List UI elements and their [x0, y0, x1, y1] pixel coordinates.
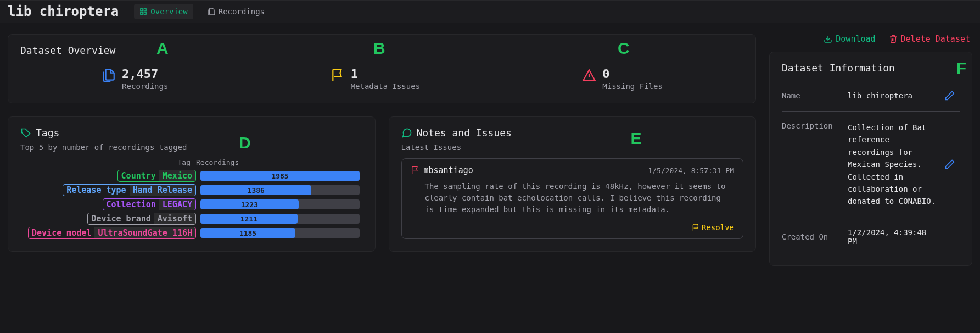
tags-card: D Tags Top 5 by number of recordings tag…	[8, 116, 376, 252]
stat-value: 1	[351, 67, 420, 81]
tag-value: Mexico	[159, 170, 195, 181]
marker-a: A	[156, 39, 169, 58]
tab-overview[interactable]: Overview	[134, 4, 193, 19]
marker-d: D	[239, 134, 251, 152]
resolve-button[interactable]: Resolve	[411, 223, 735, 232]
bar-track: 1185	[200, 228, 360, 238]
tag-value: Hand Release	[130, 185, 195, 196]
tag-pill[interactable]: CollectionLEGACY	[103, 198, 197, 210]
tag-pill[interactable]: Release typeHand Release	[63, 184, 196, 196]
tag-pill[interactable]: Device brandAvisoft	[87, 213, 196, 225]
issue-item: mbsantiago 1/5/2024, 8:57:31 PM The samp…	[401, 158, 744, 239]
tag-row: Release typeHand Release1386	[20, 184, 363, 196]
tag-row: Device brandAvisoft1211	[20, 213, 363, 225]
svg-rect-3	[144, 12, 146, 14]
resolve-label: Resolve	[702, 223, 734, 232]
stat-label: Recordings	[122, 82, 168, 91]
tag-key: Device brand	[88, 213, 154, 224]
info-created-label: Created On	[782, 232, 842, 241]
flag-icon	[411, 166, 419, 175]
flag-icon	[692, 224, 699, 231]
download-icon	[824, 35, 832, 43]
stat-metadata-issues: 1 Metadata Issues	[330, 65, 420, 91]
tag-row: Device modelUltraSoundGate 116H1185	[20, 227, 363, 239]
overview-card: A B C Dataset Overview 2,457 Recordings …	[8, 34, 756, 103]
stat-missing-files: 0 Missing Files	[581, 65, 663, 91]
action-bar: Download Delete Dataset	[769, 34, 972, 48]
tab-label: Overview	[150, 7, 187, 16]
marker-f: F	[956, 59, 966, 77]
download-label: Download	[836, 34, 875, 44]
header-bar: lib chiroptera Overview Recordings	[0, 0, 980, 23]
tag-pill[interactable]: CountryMexico	[117, 170, 196, 182]
info-created-value: 1/2/2024, 4:39:48 PM	[848, 228, 939, 246]
bar-track: 1211	[200, 214, 360, 224]
grid-icon	[139, 8, 147, 15]
info-name-label: Name	[782, 91, 842, 100]
info-desc-value: Collection of Bat reference recordings f…	[848, 121, 939, 208]
col-recordings: Recordings	[196, 158, 363, 166]
bar-track: 1985	[200, 171, 360, 181]
pencil-icon[interactable]	[944, 90, 955, 101]
tag-value: Avisoft	[154, 213, 195, 224]
issue-body: The sampling rate of this recording is 4…	[411, 181, 735, 215]
issue-user: mbsantiago	[424, 165, 473, 175]
stat-value: 0	[602, 67, 663, 81]
pencil-icon[interactable]	[944, 159, 955, 170]
stat-label: Missing Files	[602, 82, 663, 91]
dataset-info-card: F Dataset Information Name lib chiropter…	[769, 52, 972, 266]
download-button[interactable]: Download	[824, 34, 875, 44]
tag-value: UltraSoundGate 116H	[94, 227, 195, 238]
bar-fill: 1386	[200, 185, 311, 195]
tags-title: Tags	[36, 127, 59, 138]
tab-recordings[interactable]: Recordings	[202, 4, 270, 19]
warning-icon	[581, 67, 597, 82]
stat-value: 2,457	[122, 67, 168, 81]
chat-icon	[401, 127, 412, 138]
notes-subtitle: Latest Issues	[401, 143, 744, 152]
notes-card: E Notes and Issues Latest Issues mbsanti…	[389, 116, 757, 252]
tags-subtitle: Top 5 by number of recordings tagged	[20, 143, 363, 152]
trash-icon	[889, 35, 898, 43]
marker-e: E	[631, 129, 642, 148]
bar-fill: 1223	[200, 199, 299, 209]
files-icon	[101, 67, 116, 82]
tab-label: Recordings	[219, 7, 265, 16]
tag-key: Device model	[29, 227, 94, 238]
tag-key: Collection	[103, 199, 159, 210]
info-name-value: lib chiroptera	[848, 91, 939, 100]
col-tag: Tag	[20, 158, 196, 166]
bar-fill: 1185	[200, 228, 295, 238]
tags-icon	[20, 127, 31, 138]
marker-b: B	[373, 39, 385, 58]
notes-title: Notes and Issues	[417, 127, 512, 138]
tag-columns: Tag Recordings	[20, 158, 363, 166]
files-icon	[208, 8, 215, 15]
info-title: Dataset Information	[782, 62, 960, 74]
tag-value: LEGACY	[159, 199, 195, 210]
tag-key: Release type	[63, 185, 129, 196]
bar-track: 1223	[200, 199, 360, 209]
delete-label: Delete Dataset	[901, 34, 970, 44]
stat-recordings: 2,457 Recordings	[101, 65, 168, 91]
marker-c: C	[618, 39, 630, 58]
bar-fill: 1985	[200, 171, 360, 181]
svg-rect-1	[144, 9, 146, 11]
issue-date: 1/5/2024, 8:57:31 PM	[648, 166, 734, 175]
svg-rect-2	[141, 12, 143, 14]
tag-row: CollectionLEGACY1223	[20, 198, 363, 210]
tag-pill[interactable]: Device modelUltraSoundGate 116H	[28, 227, 196, 239]
delete-button[interactable]: Delete Dataset	[889, 34, 970, 44]
bar-track: 1386	[200, 185, 360, 195]
flag-icon	[330, 67, 345, 82]
info-desc-label: Description	[782, 121, 842, 130]
tag-row: CountryMexico1985	[20, 170, 363, 182]
stat-label: Metadata Issues	[351, 82, 420, 91]
dataset-title: lib chiroptera	[8, 4, 119, 19]
svg-rect-0	[141, 9, 143, 11]
bar-fill: 1211	[200, 214, 298, 224]
tag-key: Country	[118, 170, 159, 181]
